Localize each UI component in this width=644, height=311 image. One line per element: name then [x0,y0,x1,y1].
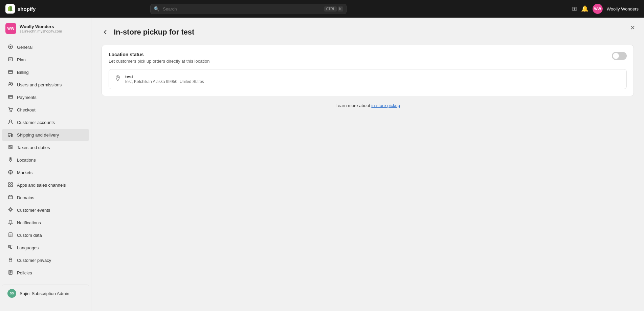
sidebar-item-billing[interactable]: Billing [2,66,89,79]
sidebar-store-info: Woolly Wonders sajini-john.myshopify.com [20,24,62,33]
sidebar-item-label-payments: Payments [17,95,37,100]
payments-icon [7,94,14,101]
sidebar-item-policies[interactable]: Policies [2,267,89,279]
sidebar-item-notifications[interactable]: Notifications [2,216,89,229]
sidebar-item-payments[interactable]: Payments [2,91,89,104]
sidebar-item-label-taxes: Taxes and duties [17,145,50,150]
location-pin-icon [114,75,121,83]
sidebar-item-plan[interactable]: Plan [2,54,89,66]
shipping-icon [7,132,14,138]
sidebar-item-locations[interactable]: Locations [2,154,89,166]
in-store-pickup-link[interactable]: in-store pickup [371,103,400,108]
sidebar-item-general[interactable]: General [2,41,89,54]
location-name: test [125,74,204,79]
sidebar-store-avatar: WW [5,23,16,34]
sidebar-item-label-general: General [17,45,32,50]
sidebar-item-label-customer-accounts: Customer accounts [17,120,55,125]
shopify-logo[interactable]: shopify [5,4,36,14]
policies-icon [7,270,14,276]
svg-point-9 [11,83,13,84]
sidebar-item-domains[interactable]: Domains [2,191,89,204]
sidebar-item-label-billing: Billing [17,70,29,75]
sidebar-item-users[interactable]: Users and permissions [2,79,89,91]
svg-point-11 [11,111,12,111]
plan-icon [7,57,14,63]
sidebar-item-label-languages: Languages [17,245,39,250]
location-status-text: Location status Let customers pick up or… [109,52,209,64]
sidebar-item-label-locations: Locations [17,158,36,163]
sidebar-item-customer-accounts[interactable]: Customer accounts [2,116,89,129]
sidebar-item-customer-privacy[interactable]: Customer privacy [2,254,89,267]
sidebar-item-label-apps: Apps and sales channels [17,183,66,188]
sidebar-item-label-users: Users and permissions [17,82,62,87]
location-status-title: Location status [109,52,209,57]
domains-icon [7,194,14,201]
svg-point-14 [9,136,10,137]
sidebar-item-label-shipping: Shipping and delivery [17,132,59,138]
svg-point-26 [9,209,12,211]
sidebar-item-label-policies: Policies [17,270,32,275]
apps-icon[interactable]: ⊞ [572,5,577,13]
svg-point-8 [9,83,11,84]
sidebar-item-custom-data[interactable]: Custom data [2,229,89,242]
search-keyboard-shortcut: CTRL K [324,6,343,12]
svg-point-15 [12,136,13,137]
bell-icon[interactable]: 🔔 [581,5,589,13]
sidebar-item-label-admin: Sajini Subscription Admin [20,291,69,296]
location-item: test test, Ketchikan Alaska 99950, Unite… [109,69,627,89]
sidebar-item-taxes[interactable]: Taxes and duties [2,141,89,154]
shopify-text: shopify [18,6,36,12]
svg-rect-22 [11,183,13,184]
topnav-store-name: Woolly Wonders [607,6,639,12]
svg-point-12 [9,120,12,122]
notifications-icon [7,220,14,226]
content-area: ✕ In-store pickup for test Location stat… [91,18,644,311]
svg-point-17 [9,146,10,147]
sidebar-store-url: sajini-john.myshopify.com [20,29,62,33]
learn-more-section: Learn more about in-store pickup [102,103,634,108]
svg-rect-31 [9,260,12,262]
sidebar-item-label-customer-privacy: Customer privacy [17,258,51,263]
toggle-slider [612,52,627,60]
sidebar-item-shipping[interactable]: Shipping and delivery [2,129,89,141]
search-icon: 🔍 [154,6,159,12]
location-status-header: Location status Let customers pick up or… [109,52,627,64]
top-navigation: shopify 🔍 CTRL K ⊞ 🔔 WW Woolly Wonders [0,0,644,18]
svg-rect-23 [8,185,10,187]
sidebar-item-label-notifications: Notifications [17,220,41,225]
checkout-icon [7,107,14,113]
location-info: test test, Ketchikan Alaska 99950, Unite… [125,74,204,84]
sidebar-item-label-plan: Plan [17,57,26,62]
back-button[interactable] [102,28,110,36]
customer-accounts-icon [7,119,14,126]
sidebar-item-markets[interactable]: Markets [2,166,89,179]
billing-icon [7,69,14,76]
user-avatar[interactable]: WW [593,4,603,14]
svg-point-18 [11,147,12,148]
close-button[interactable]: ✕ [628,23,637,33]
location-status-toggle[interactable] [612,52,627,60]
sidebar-item-label-domains: Domains [17,195,34,200]
sidebar-item-customer-events[interactable]: Customer events [2,204,89,216]
sidebar-nav: General Plan Billing Users and permissio… [0,38,91,282]
general-icon [7,44,14,50]
svg-point-19 [10,159,11,160]
svg-point-2 [10,46,11,47]
customer-privacy-icon [7,257,14,264]
sidebar-item-admin[interactable]: SS Sajini Subscription Admin [2,285,89,301]
page-header: In-store pickup for test [102,28,634,37]
sidebar: WW Woolly Wonders sajini-john.myshopify.… [0,18,91,311]
sidebar-item-apps[interactable]: Apps and sales channels [2,179,89,191]
svg-rect-13 [8,133,12,136]
sidebar-item-checkout[interactable]: Checkout [2,104,89,116]
sidebar-item-languages[interactable]: Languages [2,242,89,254]
svg-rect-25 [8,196,13,199]
svg-rect-3 [8,58,13,61]
page-title: In-store pickup for test [114,28,194,37]
sidebar-header: WW Woolly Wonders sajini-john.myshopify.… [0,18,91,38]
custom-data-icon [7,232,14,239]
search-bar: 🔍 CTRL K [150,4,347,14]
apps-channels-icon [7,182,14,188]
search-input[interactable] [150,4,347,14]
svg-rect-24 [11,185,13,187]
